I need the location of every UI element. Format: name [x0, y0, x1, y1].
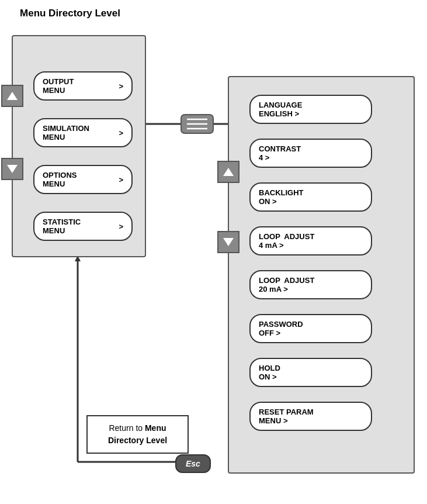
password-label: PASSWORDOFF > [259, 320, 303, 337]
esc-label: Esc [186, 459, 200, 468]
loop-adjust-20ma-button[interactable]: LOOP ADJUST20 mA > [249, 270, 372, 299]
right-panel: LANGUAGEENGLISH > CONTRAST4 > BACKLIGHTO… [228, 76, 415, 474]
right-down-arrow-icon [222, 236, 235, 248]
password-button[interactable]: PASSWORDOFF > [249, 314, 372, 343]
return-box: Return to Menu Directory Level [86, 415, 189, 454]
simulation-menu-chevron: > [119, 129, 123, 137]
language-label: LANGUAGEENGLISH > [259, 101, 302, 118]
left-scroll-down-button[interactable] [1, 158, 23, 180]
options-menu-label: OPTIONSMENU [43, 171, 77, 188]
right-scroll-down-button[interactable] [217, 231, 239, 253]
svg-marker-12 [223, 168, 234, 176]
right-scroll-up-button[interactable] [217, 161, 239, 183]
up-arrow-icon [6, 89, 19, 102]
right-up-arrow-icon [222, 165, 235, 178]
output-menu-chevron: > [119, 82, 123, 91]
esc-button[interactable]: Esc [175, 454, 211, 473]
loop-adjust-4ma-label: LOOP ADJUST4 mA > [259, 232, 314, 250]
options-menu-button[interactable]: OPTIONSMENU > [33, 165, 133, 194]
simulation-menu-label: SIMULATIONMENU [43, 124, 89, 141]
simulation-menu-button[interactable]: SIMULATIONMENU > [33, 118, 133, 147]
statistic-menu-chevron: > [119, 222, 123, 231]
backlight-button[interactable]: BACKLIGHTON > [249, 182, 372, 212]
output-menu-label: OUTPUTMENU [43, 77, 74, 95]
statistic-menu-label: STATISTICMENU [43, 218, 81, 235]
svg-marker-10 [7, 92, 18, 100]
return-text: Return to Menu Directory Level [108, 423, 167, 445]
svg-rect-6 [181, 115, 213, 133]
language-button[interactable]: LANGUAGEENGLISH > [249, 95, 372, 124]
hold-label: HOLDON > [259, 364, 280, 381]
diagram-container: Menu Directory Level OUTPUTMENU > SIMULA… [0, 0, 427, 504]
contrast-label: CONTRAST4 > [259, 144, 301, 162]
svg-marker-13 [223, 238, 234, 246]
down-arrow-icon [6, 163, 19, 175]
loop-adjust-4ma-button[interactable]: LOOP ADJUST4 mA > [249, 226, 372, 256]
contrast-button[interactable]: CONTRAST4 > [249, 139, 372, 168]
backlight-label: BACKLIGHTON > [259, 188, 304, 206]
left-scroll-up-button[interactable] [1, 85, 23, 107]
output-menu-button[interactable]: OUTPUTMENU > [33, 71, 133, 101]
left-panel: OUTPUTMENU > SIMULATIONMENU > OPTIONSMEN… [12, 35, 146, 257]
statistic-menu-button[interactable]: STATISTICMENU > [33, 212, 133, 241]
reset-param-label: RESET PARAMMENU > [259, 408, 314, 425]
loop-adjust-20ma-label: LOOP ADJUST20 mA > [259, 276, 314, 294]
left-title: Menu Directory Level [12, 7, 129, 20]
options-menu-chevron: > [119, 175, 123, 184]
reset-param-button[interactable]: RESET PARAMMENU > [249, 402, 372, 431]
svg-marker-11 [7, 165, 18, 173]
hold-button[interactable]: HOLDON > [249, 358, 372, 387]
